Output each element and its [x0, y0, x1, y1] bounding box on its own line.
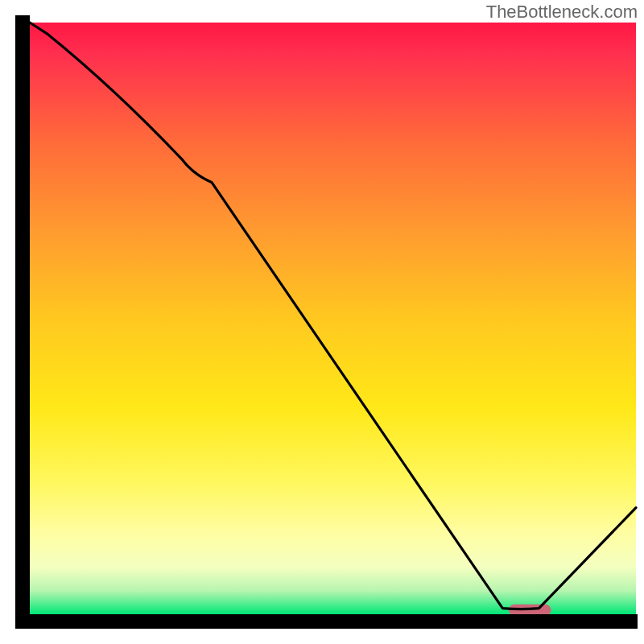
chart-container: TheBottleneck.com [0, 0, 644, 644]
chart-svg [0, 0, 644, 644]
watermark-text: TheBottleneck.com [486, 2, 638, 23]
gradient-background [30, 23, 636, 614]
